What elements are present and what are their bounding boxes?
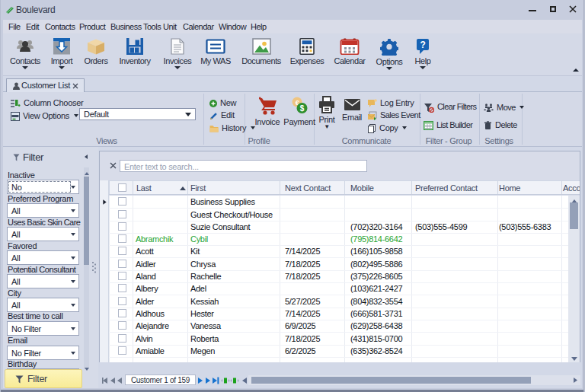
svg-text:?: ? xyxy=(420,40,425,50)
svg-text:$: $ xyxy=(300,104,305,113)
